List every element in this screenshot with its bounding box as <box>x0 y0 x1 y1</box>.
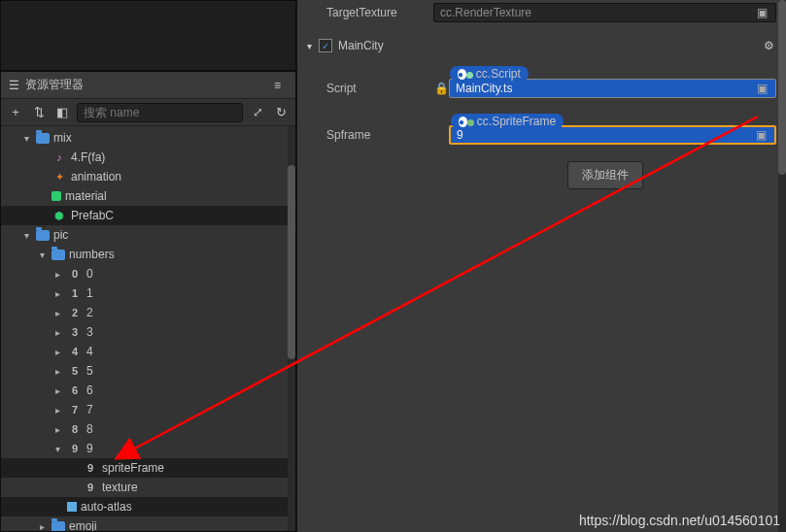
tree-item[interactable]: material <box>1 186 295 206</box>
script-row: Script 🔒 cc.Script MainCity.ts ▣ <box>297 76 786 101</box>
anim-icon: ✦ <box>51 169 67 184</box>
num-icon: 4 <box>67 344 83 359</box>
tree-item[interactable]: emoji <box>1 516 295 531</box>
tree-item-label: 2 <box>86 306 93 319</box>
num-icon: 9 <box>83 460 98 476</box>
tree-item[interactable]: 77 <box>1 400 295 419</box>
script-value: MainCity.ts <box>456 82 512 95</box>
scrollbar-thumb[interactable] <box>288 165 295 359</box>
tree-item[interactable]: ✦animation <box>1 167 295 186</box>
folder-icon <box>36 133 50 144</box>
tree-item-label: material <box>65 189 107 203</box>
sort-button[interactable]: ⇅ <box>30 104 48 121</box>
target-texture-row: TargetTexture cc.RenderTexture ▣ <box>297 0 786 25</box>
tree-item[interactable]: 44 <box>1 342 295 361</box>
tree-item[interactable]: 9texture <box>1 478 295 497</box>
goto-icon[interactable]: ▣ <box>754 6 769 19</box>
num-icon: 6 <box>67 382 83 398</box>
expand-arrow-icon[interactable] <box>51 327 63 338</box>
tree-item-label: 0 <box>86 267 93 281</box>
tree-item[interactable]: numbers <box>1 245 295 264</box>
script-label: Script <box>307 82 433 95</box>
tree-item[interactable]: 99 <box>1 439 295 458</box>
expand-arrow-icon[interactable] <box>51 424 63 435</box>
expand-arrow-icon[interactable] <box>20 133 32 144</box>
spframe-row: Spframe cc.SpriteFrame 9 ▣ <box>297 122 786 148</box>
tree-item-label: 6 <box>86 383 93 397</box>
expand-arrow-icon[interactable] <box>51 308 63 318</box>
atlas-icon <box>67 502 77 512</box>
expand-arrow-icon[interactable] <box>51 385 63 396</box>
tree-item[interactable]: ♪4.F(fa) <box>1 148 295 167</box>
tree-item[interactable]: mix <box>1 128 295 148</box>
refresh-button[interactable]: ↻ <box>272 104 290 121</box>
tree-item[interactable]: 33 <box>1 322 295 342</box>
script-field[interactable]: cc.Script MainCity.ts ▣ <box>449 79 776 98</box>
asset-tree[interactable]: mix♪4.F(fa)✦animationmaterial⬢PrefabCpic… <box>1 126 295 531</box>
add-component-wrap: 添加组件 <box>297 148 786 189</box>
preview-area <box>0 0 296 71</box>
panel-menu-icon[interactable]: ≡ <box>274 79 288 92</box>
goto-icon[interactable]: ▣ <box>753 128 769 142</box>
assets-toolbar: + ⇅ ◧ ⤢ ↻ <box>1 99 295 126</box>
tree-item[interactable]: auto-atlas <box>1 497 295 516</box>
tree-item-label: 8 <box>86 422 93 436</box>
panel-title: 资源管理器 <box>25 77 274 93</box>
expand-arrow-icon[interactable] <box>36 521 48 532</box>
audio-icon: ♪ <box>51 150 67 165</box>
num-icon: 9 <box>83 480 98 495</box>
script-tag: cc.Script <box>450 66 529 82</box>
tree-item-label: 3 <box>86 325 93 339</box>
gear-icon[interactable]: ⚙ <box>761 39 776 52</box>
target-texture-value: cc.RenderTexture <box>440 6 531 19</box>
tree-item-label: spriteFrame <box>102 461 164 475</box>
expand-button[interactable]: ⤢ <box>249 104 266 121</box>
tree-item[interactable]: 9spriteFrame <box>1 458 295 478</box>
tree-item[interactable]: 11 <box>1 283 295 303</box>
tree-item[interactable]: pic <box>1 225 295 245</box>
inspector-scroll-thumb[interactable] <box>778 0 786 175</box>
folder-icon <box>51 249 65 260</box>
expand-arrow-icon[interactable] <box>51 444 63 454</box>
target-texture-field[interactable]: cc.RenderTexture ▣ <box>433 3 776 22</box>
num-icon: 8 <box>67 421 83 437</box>
tree-item[interactable]: 22 <box>1 303 295 322</box>
goto-icon[interactable]: ▣ <box>754 82 769 95</box>
tree-item[interactable]: 66 <box>1 381 295 400</box>
tree-item-label: 4.F(fa) <box>71 150 105 164</box>
folder-icon <box>36 230 50 241</box>
tree-item[interactable]: ⬢PrefabC <box>1 206 295 225</box>
component-enabled-checkbox[interactable]: ✓ <box>319 39 332 52</box>
spframe-value: 9 <box>457 128 463 142</box>
expand-arrow-icon[interactable] <box>51 366 63 377</box>
expand-arrow-icon[interactable] <box>51 405 63 416</box>
expand-arrow-icon[interactable] <box>20 230 32 241</box>
search-input[interactable] <box>77 103 243 122</box>
expand-arrow-icon[interactable] <box>36 249 48 260</box>
tree-item-label: mix <box>53 131 72 145</box>
tree-item[interactable]: 00 <box>1 264 295 283</box>
tree-item-label: auto-atlas <box>81 500 132 514</box>
chevron-down-icon[interactable]: ▾ <box>307 41 319 51</box>
tree-item-label: animation <box>71 170 121 183</box>
expand-arrow-icon[interactable] <box>51 288 63 299</box>
tree-item-label: PrefabC <box>71 209 114 222</box>
add-component-button[interactable]: 添加组件 <box>567 161 643 189</box>
watermark: https://blog.csdn.net/u014560101 <box>579 513 780 528</box>
scrollbar-track[interactable] <box>288 126 295 531</box>
num-icon: 5 <box>67 363 83 379</box>
expand-arrow-icon[interactable] <box>51 347 63 357</box>
expand-arrow-icon[interactable] <box>51 269 63 280</box>
spframe-field[interactable]: cc.SpriteFrame 9 ▣ <box>449 125 776 145</box>
component-name: MainCity <box>338 39 761 52</box>
inspector-panel: TargetTexture cc.RenderTexture ▣ ▾ ✓ Mai… <box>296 0 786 532</box>
tree-item-label: 5 <box>86 364 93 378</box>
tree-item[interactable]: 55 <box>1 361 295 381</box>
filter-button[interactable]: ◧ <box>53 104 71 121</box>
component-header[interactable]: ▾ ✓ MainCity ⚙ <box>297 33 786 58</box>
tree-item-label: emoji <box>69 519 97 531</box>
inspector-scrollbar[interactable] <box>778 0 786 532</box>
tree-item[interactable]: 88 <box>1 419 295 439</box>
material-icon <box>51 191 61 201</box>
add-button[interactable]: + <box>7 104 24 121</box>
